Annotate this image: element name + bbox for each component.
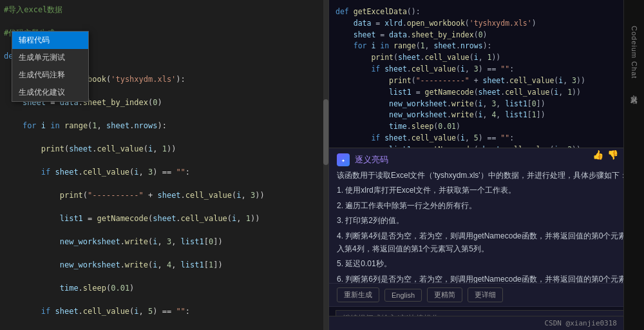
right-code-display: def getExcelData(): data = xlrd.open_wor…: [329, 0, 644, 148]
var-nrows: nrows: [134, 121, 157, 130]
ai-step-5: 5. 延迟0.01秒。: [337, 257, 636, 270]
fn-getnamecode: getNamecode: [97, 214, 148, 223]
var-list1: list1: [60, 214, 83, 223]
num-4: 4: [167, 260, 171, 269]
num-1c: 1: [246, 214, 251, 223]
ai-step-3: 3. 打印第2列的值。: [337, 214, 636, 227]
right-sidebar: Codeium Chat 义义对话: [623, 0, 644, 330]
if-keyword2: if: [41, 307, 50, 316]
code-area[interactable]: #导入excel数据 #代码主释生成 def : xlrd.open_workb…: [0, 0, 328, 330]
var-sheet2: sheet: [106, 121, 129, 130]
var-list1b: list1: [181, 237, 204, 246]
right-ai-panel: def getExcelData(): data = xlrd.open_wor…: [328, 0, 644, 330]
ai-response-section: ✦ 逐义亮码 该函数用于读取Excel文件（'tyshxydm.xls'）中的数…: [329, 148, 644, 330]
num-0: 0: [153, 98, 157, 107]
ai-icon: ✦: [337, 153, 350, 166]
scrollbar-thumb: [323, 99, 328, 165]
feedback-area: 👍 👎: [592, 150, 618, 160]
fn-range: range: [64, 121, 88, 130]
num-5: 5: [148, 307, 153, 316]
fn-write: write: [125, 237, 148, 246]
fn-print: print: [41, 144, 64, 153]
dropdown-item-1[interactable]: 生成单元测试: [12, 49, 88, 66]
for-keyword: for: [23, 121, 37, 130]
var-sheet3: sheet: [69, 144, 92, 153]
num-001: 0.01: [111, 284, 129, 293]
dropdown-item-3[interactable]: 生成优化建议: [12, 84, 88, 101]
fn-cell-value: cell_value: [97, 144, 144, 153]
num-3c: 3: [167, 237, 171, 246]
fn-sheet-by-index: sheet_by_index: [83, 98, 148, 107]
var-i4: i: [236, 191, 241, 200]
left-scrollbar[interactable]: [323, 0, 328, 330]
simpler-button[interactable]: 更精简: [427, 287, 462, 302]
var-list1c: list1: [181, 260, 204, 269]
var-i8: i: [134, 307, 138, 316]
var-i3: i: [134, 168, 138, 177]
str-xls: 'tyshxydm.xls': [111, 75, 176, 84]
ai-label: 逐义亮码: [355, 154, 388, 166]
var-i6: i: [153, 237, 157, 246]
sidebar-label-dialog: 义义对话: [629, 89, 639, 92]
fn-cell-value2: cell_value: [83, 168, 129, 177]
fn-cell-value5: cell_value: [83, 307, 129, 316]
ai-step-4: 4. 判断第4列是否为空，若为空，则调用getNamecode函数，并将返回值的…: [337, 229, 636, 256]
comment-import: #导入excel数据: [4, 5, 62, 14]
bottom-bar: CSDN @xianjie0318: [329, 316, 623, 330]
left-code-editor: #导入excel数据 #代码主释生成 def : xlrd.open_workb…: [0, 0, 328, 330]
sidebar-label-codeium: Codeium Chat: [630, 26, 638, 79]
regenerate-button[interactable]: 重新生成: [337, 287, 379, 302]
var-time: time: [60, 284, 79, 293]
str-dashes: "----------": [88, 191, 144, 200]
var-i7: i: [153, 260, 157, 269]
num-0b: 0: [209, 237, 213, 246]
num-3: 3: [148, 168, 153, 177]
action-bar: 重新生成 English 更精简 更详细: [329, 283, 644, 306]
var-new-ws: new_worksheet: [60, 237, 120, 246]
str-empty2: "": [176, 307, 185, 316]
num-1: 1: [92, 121, 97, 130]
ai-response-content: 该函数用于读取Excel文件（'tyshxydm.xls'）中的数据，并进行处理…: [329, 169, 644, 283]
ai-response-text: 该函数用于读取Excel文件（'tyshxydm.xls'）中的数据，并进行处理…: [337, 169, 636, 283]
var-sheet6: sheet: [153, 214, 176, 223]
fn-write2: write: [125, 260, 148, 269]
var-i2: i: [148, 144, 153, 153]
var-sheet5: sheet: [157, 191, 180, 200]
num-3b: 3: [251, 191, 255, 200]
fn-cell-value3: cell_value: [185, 191, 232, 200]
thumbs-down-button[interactable]: 👎: [607, 150, 618, 160]
dropdown-item-0[interactable]: 辅程代码: [12, 32, 88, 49]
num-1d: 1: [209, 260, 213, 269]
fn-cell-value4: cell_value: [181, 214, 227, 223]
dropdown-item-2[interactable]: 生成代码注释: [12, 66, 88, 84]
context-dropdown[interactable]: 辅程代码 生成单元测试 生成代码注释 生成优化建议: [12, 31, 89, 102]
var-new-ws2: new_worksheet: [60, 260, 120, 269]
detailed-button[interactable]: 更详细: [468, 287, 503, 302]
fn-print2: print: [60, 191, 83, 200]
ai-step-6: 6. 判断第6列是否为空，若为空，则调用getNamecode函数，并将返回值的…: [337, 273, 636, 283]
str-empty: "": [176, 168, 185, 177]
ai-step-1: 1. 使用xlrd库打开Excel文件，并获取第一个工作表。: [337, 184, 636, 197]
ai-intro: 该函数用于读取Excel文件（'tyshxydm.xls'）中的数据，并进行处理…: [337, 169, 636, 182]
var-sheet4: sheet: [55, 168, 78, 177]
var-i: i: [41, 121, 46, 130]
csdn-label: CSDN @xianjie0318: [544, 319, 617, 327]
fn-sleep: sleep: [83, 284, 106, 293]
num-1b: 1: [162, 144, 167, 153]
in-keyword: in: [50, 121, 59, 130]
english-button[interactable]: English: [384, 289, 422, 302]
if-keyword: if: [41, 168, 50, 177]
ai-step-2: 2. 遍历工作表中除第一行之外的所有行。: [337, 199, 636, 212]
thumbs-up-button[interactable]: 👍: [592, 150, 603, 160]
var-sheet7: sheet: [55, 307, 78, 316]
var-i5: i: [232, 214, 236, 223]
